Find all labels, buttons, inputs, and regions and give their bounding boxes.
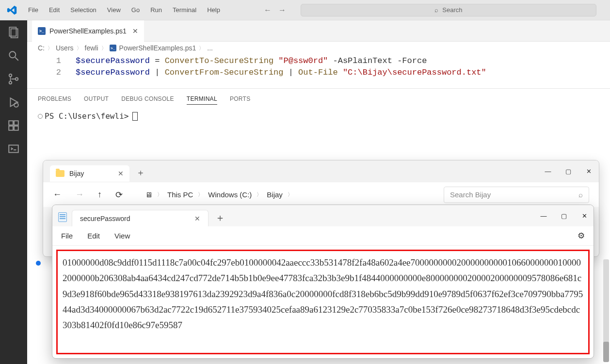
activitybar <box>0 20 27 364</box>
maximize-icon[interactable]: ▢ <box>561 212 567 219</box>
line-number: 2 <box>27 67 76 79</box>
line-number: 1 <box>27 55 76 67</box>
svg-rect-12 <box>14 126 18 130</box>
settings-icon[interactable]: ⚙ <box>578 231 585 241</box>
notepad-tab[interactable]: securePassword ✕ <box>72 210 209 226</box>
powershell-icon: >_ <box>110 45 116 51</box>
nav-forward-icon[interactable]: → <box>278 6 286 15</box>
panel-tabs: PROBLEMS OUTPUT DEBUG CONSOLE TERMINAL P… <box>38 94 599 105</box>
code-line-2: $securePassword | ConvertFrom-SecureStri… <box>76 67 486 79</box>
menu-view[interactable]: View <box>102 4 126 16</box>
menu-run[interactable]: Run <box>145 4 167 16</box>
path-pc[interactable]: This PC <box>167 190 193 199</box>
terminal-prompt: PS C:\Users\fewli> <box>45 111 128 121</box>
terminal-panel-icon[interactable] <box>7 142 20 155</box>
status-dot-icon <box>36 261 41 266</box>
notepad-menu-file[interactable]: File <box>61 232 73 240</box>
folder-icon <box>56 170 64 177</box>
terminal[interactable]: PS C:\Users\fewli> <box>38 111 599 121</box>
notepad-tab-close-icon[interactable]: ✕ <box>194 215 200 222</box>
menu-file[interactable]: File <box>23 4 43 16</box>
explorer-titlebar[interactable]: Bijay ✕ ＋ — ▢ ✕ <box>43 160 599 182</box>
close-icon[interactable]: ✕ <box>581 212 588 219</box>
chevron-icon: 〉 <box>157 191 162 198</box>
panel-tab-problems[interactable]: PROBLEMS <box>38 94 71 105</box>
notepad-window: securePassword ✕ ＋ — ▢ ✕ File Edit View … <box>52 205 594 359</box>
svg-point-4 <box>9 74 12 77</box>
explorer-search-placeholder: Search Bijay <box>450 190 491 199</box>
bc-user[interactable]: fewli <box>85 44 98 52</box>
path-folder[interactable]: Bijay <box>267 190 283 199</box>
scrollbar-thumb[interactable] <box>603 342 609 362</box>
notepad-content[interactable]: 01000000d08c9ddf0115d1118c7a00c04fc297eb… <box>56 250 590 354</box>
svg-point-5 <box>9 81 12 84</box>
minimize-icon[interactable]: — <box>540 212 547 219</box>
explorer-tab[interactable]: Bijay ✕ <box>50 165 129 182</box>
bottom-panel: PROBLEMS OUTPUT DEBUG CONSOLE TERMINAL P… <box>27 88 610 123</box>
editor-tab-active[interactable]: >_ PowerShellExamples.ps1 ✕ <box>32 20 144 42</box>
notepad-window-controls: — ▢ ✕ <box>540 212 588 219</box>
chevron-icon: 〉 <box>48 45 53 52</box>
chevron-icon: 〉 <box>199 45 204 52</box>
panel-tab-ports[interactable]: PORTS <box>230 94 251 105</box>
minimize-icon[interactable]: — <box>545 168 551 174</box>
explorer-tab-close-icon[interactable]: ✕ <box>118 170 124 177</box>
debug-icon[interactable] <box>7 96 20 109</box>
explorer-new-tab-icon[interactable]: ＋ <box>136 167 145 178</box>
path-drive[interactable]: Windows (C:) <box>208 190 252 199</box>
chevron-icon: 〉 <box>101 45 107 52</box>
breadcrumbs[interactable]: C:〉 Users〉 fewli〉 >_ PowerShellExamples.… <box>27 42 610 54</box>
refresh-icon[interactable]: ⟳ <box>115 190 123 200</box>
menu-selection[interactable]: Selection <box>65 4 101 16</box>
explorer-window-controls: — ▢ ✕ <box>545 168 592 174</box>
notepad-menu-view[interactable]: View <box>114 232 130 240</box>
menu-edit[interactable]: Edit <box>44 4 64 16</box>
svg-point-2 <box>9 51 16 58</box>
nav-back-icon[interactable]: ← <box>264 6 272 15</box>
close-icon[interactable]: ✕ <box>585 168 592 174</box>
bc-more[interactable]: ... <box>207 44 213 52</box>
code-editor[interactable]: 1 $securePassword = ConvertTo-SecureStri… <box>27 54 610 88</box>
panel-tab-terminal[interactable]: TERMINAL <box>187 94 217 105</box>
vscode-titlebar: File Edit Selection View Go Run Terminal… <box>0 0 610 20</box>
menu-go[interactable]: Go <box>127 4 144 16</box>
svg-rect-13 <box>9 145 18 152</box>
back-icon[interactable]: ← <box>53 190 62 200</box>
forward-icon[interactable]: → <box>75 190 84 200</box>
pc-icon: 🖥 <box>145 190 152 199</box>
chevron-icon: 〉 <box>257 191 262 198</box>
panel-tab-debug[interactable]: DEBUG CONSOLE <box>121 94 174 105</box>
code-line-1: $securePassword = ConvertTo-SecureString… <box>76 55 427 67</box>
search-icon: ⌕ <box>578 190 583 199</box>
notepad-titlebar[interactable]: securePassword ✕ ＋ — ▢ ✕ <box>52 205 594 226</box>
search-placeholder: Search <box>442 6 462 14</box>
svg-point-6 <box>16 78 18 80</box>
search-icon: ⌕ <box>434 6 438 14</box>
explorer-toolbar: ← → ↑ ⟳ 🖥〉 This PC〉 Windows (C:)〉 Bijay〉… <box>43 182 599 207</box>
terminal-status-icon <box>38 114 43 119</box>
bc-drive[interactable]: C: <box>38 44 45 52</box>
bc-file[interactable]: PowerShellExamples.ps1 <box>119 44 196 52</box>
notepad-menu-edit[interactable]: Edit <box>87 232 100 240</box>
explorer-path[interactable]: 🖥〉 This PC〉 Windows (C:)〉 Bijay〉 <box>145 190 293 199</box>
tab-close-icon[interactable]: ✕ <box>132 27 138 35</box>
command-search[interactable]: ⌕ Search <box>301 4 596 16</box>
explorer-icon[interactable] <box>7 26 20 39</box>
notepad-new-tab-icon[interactable]: ＋ <box>215 211 225 224</box>
up-icon[interactable]: ↑ <box>97 190 102 200</box>
tab-filename: PowerShellExamples.ps1 <box>49 27 127 35</box>
menu-help[interactable]: Help <box>202 4 225 16</box>
maximize-icon[interactable]: ▢ <box>565 168 572 174</box>
explorer-search[interactable]: Search Bijay ⌕ <box>444 187 589 203</box>
bc-users[interactable]: Users <box>56 44 74 52</box>
search-activity-icon[interactable] <box>7 49 20 62</box>
vscode-icon <box>7 5 17 16</box>
powershell-icon: >_ <box>38 27 46 35</box>
extensions-icon[interactable] <box>7 119 20 132</box>
notepad-app-icon <box>58 212 67 222</box>
source-control-icon[interactable] <box>7 73 20 85</box>
menubar: File Edit Selection View Go Run Terminal… <box>23 4 225 16</box>
panel-tab-output[interactable]: OUTPUT <box>84 94 109 105</box>
editor-tabs: >_ PowerShellExamples.ps1 ✕ <box>27 20 610 42</box>
menu-terminal[interactable]: Terminal <box>168 4 201 16</box>
